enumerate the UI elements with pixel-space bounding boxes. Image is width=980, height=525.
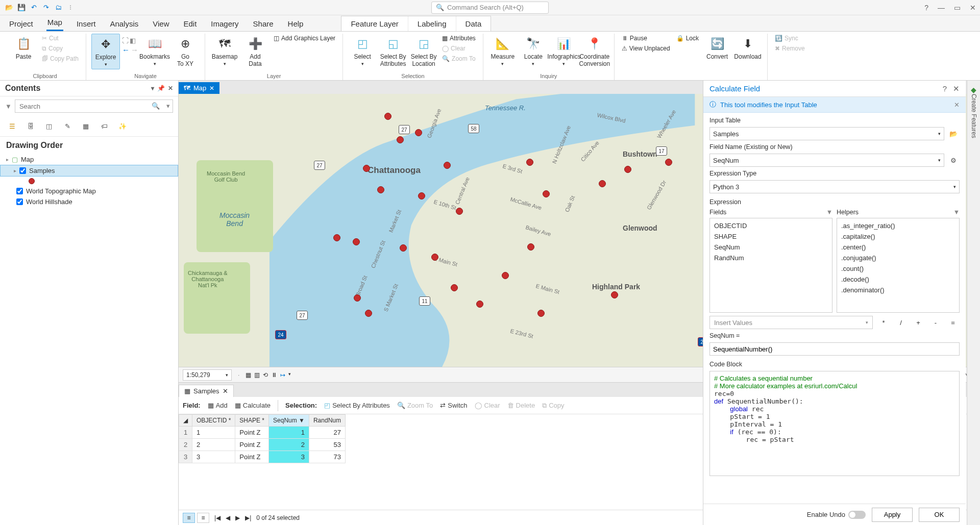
more-icon[interactable]: ⁝ <box>65 3 76 13</box>
next-extent-icon[interactable]: → <box>131 45 138 54</box>
add-graphics-button[interactable]: ◫Add Graphics Layer <box>272 34 337 43</box>
first-record-icon[interactable]: |◀ <box>214 514 220 521</box>
map-tool-icon[interactable]: ↦ <box>280 371 285 379</box>
sample-point[interactable] <box>526 159 533 166</box>
tab-insert[interactable]: Insert <box>76 16 97 31</box>
show-selected-button[interactable]: ≡ <box>197 513 209 523</box>
add-data-button[interactable]: ➕ Add Data <box>241 34 270 69</box>
sample-point[interactable] <box>415 129 422 136</box>
tab-help[interactable]: Help <box>287 16 305 31</box>
calculate-field-button[interactable]: ▦Calculate <box>235 402 271 409</box>
list-by-source-icon[interactable]: 🗄 <box>24 120 37 132</box>
sample-point[interactable] <box>400 244 407 252</box>
expr-type-combo[interactable]: Python 3▾ <box>709 180 960 193</box>
add-folder-icon[interactable]: 🗂 <box>53 3 63 13</box>
sample-point[interactable] <box>599 180 606 187</box>
copy-button[interactable]: ⧉Copy <box>40 44 81 53</box>
autohide-icon[interactable]: 📌 <box>157 85 165 92</box>
filter-icon[interactable]: ▼ <box>5 103 12 110</box>
sample-point[interactable] <box>665 159 672 166</box>
add-field-button[interactable]: ▦Add <box>208 402 228 409</box>
chevron-down-icon[interactable]: ▾ <box>166 102 170 110</box>
create-features-icon[interactable]: ◆ <box>971 86 976 94</box>
list-by-snapping-icon[interactable]: ▦ <box>80 120 92 132</box>
help-icon[interactable]: ? <box>943 84 947 93</box>
clear-selection-button[interactable]: ◯Clear <box>475 402 500 409</box>
tab-map[interactable]: Map <box>46 15 63 31</box>
table-row[interactable]: 1 1 Point Z 1 27 <box>179 427 346 439</box>
expression-input[interactable] <box>709 342 960 356</box>
tab-data[interactable]: Data <box>456 16 491 31</box>
map-view-tab[interactable]: 🗺 Map ✕ <box>179 82 219 94</box>
table-row[interactable]: 2 2 Point Z 2 53 <box>179 439 346 451</box>
list-item[interactable]: .count() <box>837 263 959 274</box>
list-by-labeling-icon[interactable]: 🏷 <box>98 120 110 132</box>
close-view-icon[interactable]: ✕ <box>209 85 214 92</box>
select-button[interactable]: ◰ Select ▾ <box>348 34 377 68</box>
tab-share[interactable]: Share <box>252 16 275 31</box>
pause-labels-button[interactable]: ⏸Pause <box>620 34 672 43</box>
sample-point[interactable] <box>397 136 404 143</box>
open-project-icon[interactable]: 📂 <box>4 3 14 13</box>
sample-point[interactable] <box>624 166 631 173</box>
list-by-editing-icon[interactable]: ✎ <box>61 120 74 132</box>
fields-list[interactable]: OBJECTID SHAPE SeqNum RandNum <box>709 218 832 313</box>
attribute-table[interactable]: ◢ OBJECTID * SHAPE * SeqNum ▼ RandNum 1 … <box>179 414 346 463</box>
sample-point[interactable] <box>384 113 391 120</box>
toc-layer-samples[interactable]: ▸ Samples <box>0 165 178 177</box>
enable-undo-toggle[interactable]: Enable Undo <box>807 511 866 519</box>
list-item[interactable]: .capitalize() <box>837 231 959 242</box>
coord-conversion-button[interactable]: 📍Coordinate Conversion <box>580 34 609 69</box>
attributes-button[interactable]: ▦Attributes <box>440 34 478 43</box>
op-equals[interactable]: = <box>946 319 960 327</box>
list-by-selection-icon[interactable]: ◫ <box>43 120 55 132</box>
undo-icon[interactable]: ↶ <box>29 3 39 13</box>
close-pane-icon[interactable]: ✕ <box>953 84 960 93</box>
close-icon[interactable]: ✕ <box>970 4 976 12</box>
close-pane-icon[interactable]: ✕ <box>168 85 173 92</box>
layer-visible-checkbox[interactable] <box>16 188 23 194</box>
list-item[interactable]: OBJECTID <box>710 220 832 231</box>
browse-icon[interactable]: 📂 <box>947 128 960 140</box>
basemap-button[interactable]: 🗺 Basemap ▾ <box>210 34 239 68</box>
save-icon[interactable]: 💾 <box>16 3 27 13</box>
prev-extent-icon[interactable]: ← <box>122 45 130 54</box>
sample-point[interactable] <box>527 243 534 251</box>
scale-selector[interactable]: 1:50,279 ▾ <box>183 369 232 381</box>
toc-map[interactable]: ▸ ▢ Map <box>0 154 178 165</box>
map-tool-icon[interactable]: ⏸ <box>271 371 277 379</box>
zoom-to-button[interactable]: 🔍Zoom To <box>397 402 433 409</box>
code-block-input[interactable]: # Calculates a sequential number # More … <box>709 371 960 476</box>
filter-icon[interactable]: ▼ <box>953 209 960 216</box>
select-by-attributes-button[interactable]: ◰Select By Attributes <box>324 402 390 409</box>
map-tool-icon[interactable]: ⟲ <box>263 371 268 379</box>
map-tool-icon[interactable]: ▦ <box>246 371 251 379</box>
contents-search-input[interactable] <box>15 99 173 113</box>
sample-point[interactable] <box>476 301 483 308</box>
tab-imagery[interactable]: Imagery <box>210 16 239 31</box>
list-item[interactable]: .center() <box>837 242 959 253</box>
sample-point[interactable] <box>456 208 463 215</box>
clear-selection-button[interactable]: ◯Clear <box>440 44 478 53</box>
paste-button[interactable]: 📋 Paste <box>9 34 38 62</box>
gear-icon[interactable]: ⚙ <box>947 154 960 166</box>
last-record-icon[interactable]: ▶| <box>245 514 251 521</box>
op-divide[interactable]: / <box>894 319 908 327</box>
restore-icon[interactable]: ▭ <box>954 4 961 12</box>
sample-point[interactable] <box>333 234 340 241</box>
minimize-icon[interactable]: — <box>938 4 945 12</box>
explore-button[interactable]: ✥ Explore ▾ <box>91 34 120 69</box>
switch-selection-button[interactable]: ⇄Switch <box>440 402 467 409</box>
view-unplaced-button[interactable]: ⚠View Unplaced <box>620 44 672 53</box>
sample-point[interactable] <box>418 192 425 199</box>
toggle-switch[interactable] <box>848 511 866 519</box>
download-button[interactable]: ⬇Download <box>733 34 762 62</box>
op-plus[interactable]: + <box>912 319 925 327</box>
col-header[interactable]: SHAPE * <box>235 415 269 427</box>
cut-button[interactable]: ✂Cut <box>40 34 81 43</box>
locate-button[interactable]: 🔭Locate▾ <box>519 34 548 68</box>
sample-point[interactable] <box>611 291 618 298</box>
tab-feature-layer[interactable]: Feature Layer <box>341 16 408 31</box>
redo-icon[interactable]: ↷ <box>41 3 51 13</box>
show-all-button[interactable]: ≡ <box>183 513 195 523</box>
